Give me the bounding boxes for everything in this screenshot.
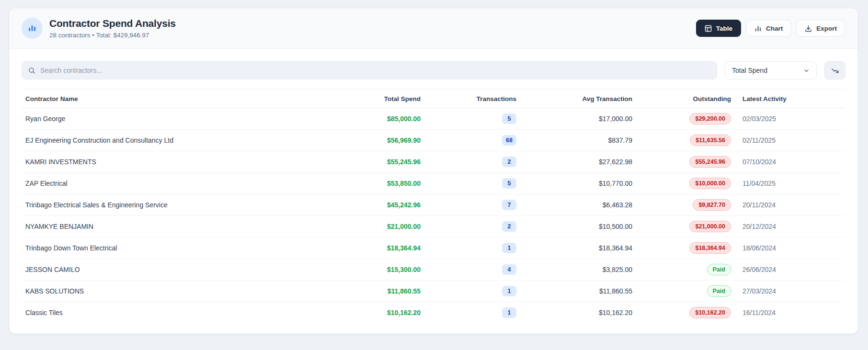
card-header: Contractor Spend Analysis 28 contractors… xyxy=(9,8,858,49)
outstanding-cell: $18,364.94 xyxy=(636,237,735,259)
table-row[interactable]: Trinbago Down Town Electrical $18,364.94… xyxy=(22,237,845,259)
latest-activity-cell: 18/06/2024 xyxy=(735,237,845,259)
avg-transaction-cell: $10,162.20 xyxy=(520,302,636,324)
latest-activity-cell: 20/12/2024 xyxy=(735,216,845,237)
avg-transaction-cell: $10,500.00 xyxy=(520,216,636,237)
table-header-row: Contractor Name Total Spend Transactions… xyxy=(22,90,845,108)
avg-transaction-cell: $11,860.55 xyxy=(520,281,636,302)
chart-view-button[interactable]: Chart xyxy=(746,20,791,37)
transactions-cell: 1 xyxy=(424,302,520,324)
contractor-name-cell: EJ Engineering Construction and Consulta… xyxy=(22,130,314,151)
transactions-badge: 5 xyxy=(502,113,516,124)
total-spend-cell: $18,364.94 xyxy=(314,237,424,259)
outstanding-badge: $29,200.00 xyxy=(689,113,731,124)
table-row[interactable]: ZAP Electrical $53,850.00 5 $10,770.00 $… xyxy=(22,173,845,194)
outstanding-cell: $21,000.00 xyxy=(636,216,735,237)
outstanding-cell: $10,000.00 xyxy=(636,173,735,194)
contractor-name-cell: NYAMKYE BENJAMIN xyxy=(22,216,314,237)
transactions-badge: 1 xyxy=(502,286,516,296)
table-row[interactable]: Classic Tiles $10,162.20 1 $10,162.20 $1… xyxy=(22,302,845,324)
table-row[interactable]: NYAMKYE BENJAMIN $21,000.00 2 $10,500.00… xyxy=(22,216,845,237)
sort-direction-button[interactable] xyxy=(824,61,845,79)
outstanding-badge: $10,000.00 xyxy=(689,178,731,189)
contractor-name-cell: KABS SOLUTIONS xyxy=(22,281,314,302)
outstanding-badge: $11,635.56 xyxy=(690,135,731,146)
download-icon xyxy=(805,25,812,32)
contractor-spend-card: Contractor Spend Analysis 28 contractors… xyxy=(9,8,858,334)
outstanding-badge: $10,162.20 xyxy=(689,307,731,318)
outstanding-cell: $55,245.96 xyxy=(636,151,735,173)
page-button-3[interactable]: 3 xyxy=(787,334,804,334)
table-row[interactable]: Trinbago Electrical Sales & Engineering … xyxy=(22,194,845,216)
outstanding-cell: Paid xyxy=(636,281,735,302)
outstanding-cell: $10,162.20 xyxy=(636,302,735,324)
latest-activity-cell: 16/11/2024 xyxy=(735,302,845,324)
export-button[interactable]: Export xyxy=(796,20,845,37)
col-total-spend: Total Spend xyxy=(314,90,424,108)
col-contractor-name: Contractor Name xyxy=(22,90,314,108)
transactions-badge: 5 xyxy=(502,178,516,189)
total-spend-cell: $21,000.00 xyxy=(314,216,424,237)
transactions-cell: 1 xyxy=(424,237,520,259)
bar-chart-avatar xyxy=(22,18,43,39)
page-buttons: 123 xyxy=(743,334,804,334)
table-row[interactable]: Ryan George $85,000.00 5 $17,000.00 $29,… xyxy=(22,108,845,130)
contractor-name-cell: Ryan George xyxy=(22,108,314,130)
total-spend-cell: $11,860.55 xyxy=(314,281,424,302)
contractor-table: Contractor Name Total Spend Transactions… xyxy=(22,89,845,323)
page-button-2[interactable]: 2 xyxy=(765,334,782,334)
contractor-name-cell: KAMRI INVESTMENTS xyxy=(22,151,314,173)
page-title: Contractor Spend Analysis xyxy=(49,18,176,29)
transactions-badge: 1 xyxy=(502,243,516,253)
chevron-down-icon xyxy=(803,68,810,74)
total-spend-cell: $56,969.90 xyxy=(314,130,424,151)
latest-activity-cell: 07/10/2024 xyxy=(735,151,845,173)
table-row[interactable]: KABS SOLUTIONS $11,860.55 1 $11,860.55 P… xyxy=(22,281,845,302)
table-wrap: Contractor Name Total Spend Transactions… xyxy=(9,89,858,323)
sort-field-value: Total Spend xyxy=(732,67,767,74)
bar-chart-icon xyxy=(754,25,762,32)
search-icon xyxy=(28,67,35,74)
table-row[interactable]: EJ Engineering Construction and Consulta… xyxy=(22,130,845,151)
transactions-cell: 4 xyxy=(424,259,520,281)
avg-transaction-cell: $3,825.00 xyxy=(520,259,636,281)
table-row[interactable]: JESSON CAMILO $15,300.00 4 $3,825.00 Pai… xyxy=(22,259,845,281)
latest-activity-cell: 02/11/2025 xyxy=(735,130,845,151)
transactions-cell: 68 xyxy=(424,130,520,151)
search-box xyxy=(22,61,717,79)
total-spend-cell: $15,300.00 xyxy=(314,259,424,281)
sort-field-select[interactable]: Total Spend xyxy=(725,61,817,79)
outstanding-badge: Paid xyxy=(707,264,731,275)
page-button-1[interactable]: 1 xyxy=(743,334,760,334)
transactions-badge: 68 xyxy=(502,135,516,146)
page-subtitle: 28 contractors • Total: $429,946.97 xyxy=(49,32,176,39)
col-transactions: Transactions xyxy=(424,90,520,108)
avg-transaction-cell: $18,364.94 xyxy=(520,237,636,259)
table-row[interactable]: KAMRI INVESTMENTS $55,245.96 2 $27,622.9… xyxy=(22,151,845,173)
pagination: 1-10 of 28 123 Next xyxy=(711,333,845,334)
outstanding-cell: Paid xyxy=(636,259,735,281)
chart-view-label: Chart xyxy=(766,25,783,32)
outstanding-cell: $9,827.70 xyxy=(636,194,735,216)
latest-activity-cell: 11/04/2025 xyxy=(735,173,845,194)
table-view-button[interactable]: Table xyxy=(696,20,741,37)
latest-activity-cell: 26/06/2024 xyxy=(735,259,845,281)
outstanding-cell: $29,200.00 xyxy=(636,108,735,130)
rows-per-page-select[interactable]: 10 xyxy=(74,334,112,334)
total-spend-cell: $10,162.20 xyxy=(314,302,424,324)
avg-transaction-cell: $17,000.00 xyxy=(520,108,636,130)
search-input[interactable] xyxy=(40,67,710,74)
col-avg-transaction: Avg Transaction xyxy=(520,90,636,108)
outstanding-badge: $9,827.70 xyxy=(693,199,731,211)
col-latest-activity: Latest Activity xyxy=(735,90,845,108)
transactions-badge: 7 xyxy=(502,200,516,210)
contractor-name-cell: Classic Tiles xyxy=(22,302,314,324)
latest-activity-cell: 02/03/2025 xyxy=(735,108,845,130)
contractor-name-cell: ZAP Electrical xyxy=(22,173,314,194)
avg-transaction-cell: $27,622.98 xyxy=(520,151,636,173)
table-icon xyxy=(705,25,712,32)
latest-activity-cell: 27/03/2024 xyxy=(735,281,845,302)
contractor-name-cell: Trinbago Electrical Sales & Engineering … xyxy=(22,194,314,216)
trending-down-icon xyxy=(831,67,839,75)
transactions-badge: 2 xyxy=(502,157,516,167)
